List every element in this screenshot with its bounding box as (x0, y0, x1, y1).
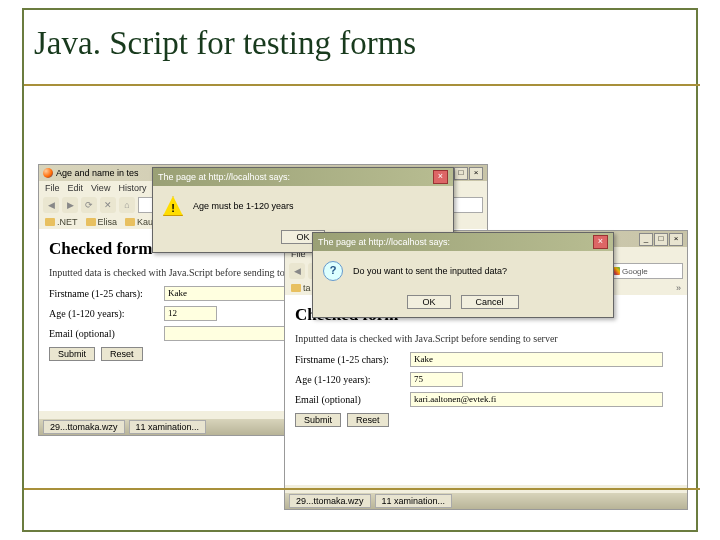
close-button[interactable]: × (669, 233, 683, 246)
slide-frame: Java. Script for testing forms Age and n… (22, 8, 698, 532)
folder-icon (45, 218, 55, 226)
window-title: Age and name in tes (56, 168, 139, 178)
age-input[interactable]: 75 (410, 372, 463, 387)
dialog-titlebar: The page at http://localhost says: × (153, 168, 453, 186)
bookmark[interactable]: ta (291, 283, 311, 293)
email-input[interactable]: kari.aaltonen@evtek.fi (410, 392, 663, 407)
menu-file[interactable]: File (45, 183, 60, 193)
submit-button[interactable]: Submit (295, 413, 341, 427)
taskbar-item[interactable]: 29...ttomaka.wzy (289, 494, 371, 508)
dialog-title: The page at http://localhost says: (318, 237, 450, 247)
menu-view[interactable]: View (91, 183, 110, 193)
bookmark-overflow[interactable]: » (676, 283, 681, 293)
taskbar-item[interactable]: 29...ttomaka.wzy (43, 420, 125, 434)
bottom-underline (24, 488, 700, 490)
ok-button[interactable]: OK (407, 295, 450, 309)
age-label: Age (1-120 years): (295, 374, 410, 385)
email-label: Email (optional) (49, 328, 164, 339)
back-button[interactable]: ◀ (43, 197, 59, 213)
taskbar-item[interactable]: 11 xamination... (129, 420, 207, 434)
confirm-dialog-2: The page at http://localhost says: × ? D… (312, 232, 614, 318)
taskbar: 29...ttomaka.wzy 11 xamination... (285, 493, 687, 509)
bookmark[interactable]: .NET (45, 217, 78, 227)
stop-button[interactable]: ✕ (100, 197, 116, 213)
firstname-input[interactable]: Kake (410, 352, 663, 367)
home-button[interactable]: ⌂ (119, 197, 135, 213)
forward-button[interactable]: ▶ (62, 197, 78, 213)
bookmark[interactable]: Elisa (86, 217, 118, 227)
dialog-message: Do you want to sent the inputted data? (353, 266, 507, 276)
reload-button[interactable]: ⟳ (81, 197, 97, 213)
dialog-titlebar: The page at http://localhost says: × (313, 233, 613, 251)
age-label: Age (1-120 years): (49, 308, 164, 319)
folder-icon (86, 218, 96, 226)
submit-button[interactable]: Submit (49, 347, 95, 361)
firstname-label: Firstname (1-25 chars): (295, 354, 410, 365)
slide-title: Java. Script for testing forms (34, 25, 416, 62)
menu-history[interactable]: History (118, 183, 146, 193)
title-underline (24, 84, 700, 86)
maximize-button[interactable]: □ (454, 167, 468, 180)
maximize-button[interactable]: □ (654, 233, 668, 246)
warning-icon: ! (163, 196, 183, 216)
question-icon: ? (323, 261, 343, 281)
folder-icon (291, 284, 301, 292)
search-box[interactable]: Google (609, 263, 683, 279)
close-button[interactable]: × (469, 167, 483, 180)
close-icon[interactable]: × (433, 170, 448, 184)
close-icon[interactable]: × (593, 235, 608, 249)
reset-button[interactable]: Reset (347, 413, 389, 427)
minimize-button[interactable]: _ (639, 233, 653, 246)
form-description: Inputted data is checked with Java.Scrip… (295, 333, 677, 344)
firstname-label: Firstname (1-25 chars): (49, 288, 164, 299)
page-content: Checked form Inputted data is checked wi… (285, 295, 687, 485)
reset-button[interactable]: Reset (101, 347, 143, 361)
cancel-button[interactable]: Cancel (461, 295, 519, 309)
age-input[interactable]: 12 (164, 306, 217, 321)
taskbar-item[interactable]: 11 xamination... (375, 494, 453, 508)
back-button[interactable]: ◀ (289, 263, 305, 279)
email-label: Email (optional) (295, 394, 410, 405)
folder-icon (125, 218, 135, 226)
dialog-title: The page at http://localhost says: (158, 172, 290, 182)
firefox-icon (43, 168, 53, 178)
menu-edit[interactable]: Edit (68, 183, 84, 193)
dialog-message: Age must be 1-120 years (193, 201, 294, 211)
